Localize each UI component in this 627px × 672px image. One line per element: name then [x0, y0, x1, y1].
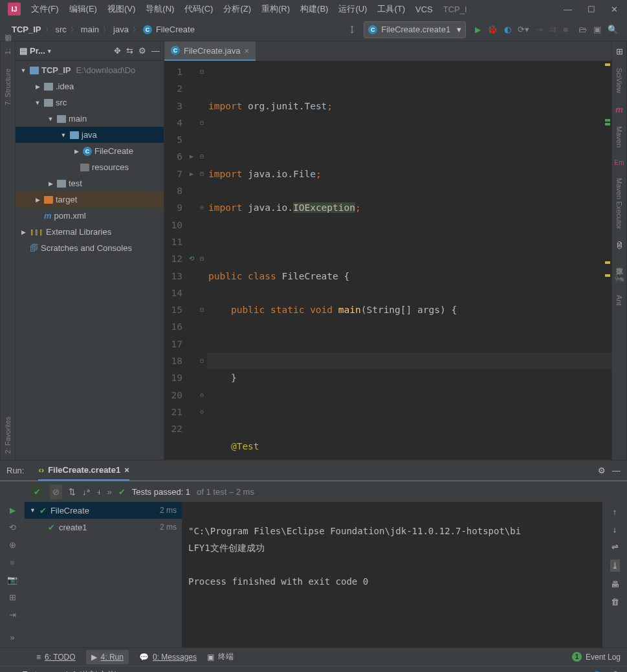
- tree-external-libs[interactable]: ▶⫿⫿⫿External Libraries: [16, 224, 164, 240]
- gear-icon[interactable]: ⚙: [598, 466, 606, 475]
- stop-icon[interactable]: ■: [563, 25, 568, 34]
- editor-tab-filecreate[interactable]: C FileCreate.java ×: [164, 41, 256, 61]
- collapse-icon[interactable]: ⇆: [126, 46, 133, 56]
- code-editor[interactable]: 12345678910111213141516171819202122 ▶ ▶ …: [164, 61, 611, 460]
- sort-asc-icon[interactable]: ↓ᵃ: [82, 487, 90, 497]
- tab-close-icon[interactable]: ×: [244, 46, 249, 56]
- test-tree-child[interactable]: ✔create12 ms: [25, 519, 182, 536]
- close-icon[interactable]: ✕: [611, 5, 618, 14]
- run-configuration-selector[interactable]: C FileCreate.create1 ▾: [364, 21, 466, 38]
- event-log-button[interactable]: 1Event Log: [572, 652, 621, 662]
- pin-icon[interactable]: ⇥: [9, 610, 16, 620]
- hide-icon[interactable]: —: [151, 46, 160, 56]
- step-icon[interactable]: ⇉: [549, 25, 556, 34]
- debug-button-icon[interactable]: 🐞: [487, 25, 498, 34]
- menu-code[interactable]: 代码(C): [179, 3, 218, 15]
- tree-filecreate[interactable]: ▶CFileCreate: [16, 143, 164, 159]
- console-output[interactable]: "C:\Program Files\Eclipse Foundation\jdk…: [183, 502, 602, 647]
- ant-tab[interactable]: Ant: [615, 295, 623, 306]
- menu-navigate[interactable]: 导航(N): [140, 3, 179, 15]
- locate-icon[interactable]: ✥: [114, 46, 121, 56]
- scroll-to-end-icon[interactable]: ⤓: [610, 559, 620, 572]
- tree-src[interactable]: ▼src: [16, 94, 164, 111]
- scroll-down-icon[interactable]: ↓: [613, 525, 617, 534]
- dump-icon[interactable]: 📷: [7, 575, 17, 585]
- breadcrumb-java[interactable]: java: [113, 25, 129, 34]
- search-icon[interactable]: 🔍: [608, 25, 618, 34]
- breadcrumb-file[interactable]: FileCreate: [156, 25, 195, 34]
- tree-test[interactable]: ▶test: [16, 175, 164, 191]
- rerun-failed-icon[interactable]: ⟲: [9, 523, 16, 532]
- maximize-icon[interactable]: ☐: [588, 5, 595, 14]
- menu-run[interactable]: 运行(U): [333, 3, 372, 15]
- run-tab[interactable]: ‹›FileCreate.create1×: [38, 461, 129, 481]
- menu-analyze[interactable]: 分析(Z): [218, 3, 256, 15]
- terminal-tab[interactable]: ▣ 终端: [207, 651, 234, 662]
- tree-scratches[interactable]: 🗐Scratches and Consoles: [16, 240, 164, 256]
- print-icon[interactable]: 🖶: [611, 580, 619, 589]
- stop-icon[interactable]: ■: [10, 558, 15, 567]
- profile-icon[interactable]: ⟳▾: [518, 25, 529, 34]
- tree-idea[interactable]: ▶.idea: [16, 78, 164, 94]
- tree-java[interactable]: ▼java: [16, 127, 164, 143]
- structure-tool-tab[interactable]: 7: Structure: [4, 69, 12, 105]
- show-ignored-icon[interactable]: ⊘: [50, 484, 62, 499]
- rerun-icon[interactable]: ▶: [10, 506, 16, 515]
- toggle-auto-icon[interactable]: ⊕: [9, 540, 16, 550]
- menu-tools[interactable]: 工具(T): [372, 3, 410, 15]
- menu-file[interactable]: 文件(F): [26, 3, 64, 15]
- expand-icon[interactable]: ⫞: [96, 487, 101, 497]
- code-body[interactable]: import org.junit.Test; import java.io.Fi…: [207, 61, 611, 460]
- test-tree-root[interactable]: ▼✔FileCreate2 ms: [25, 502, 182, 519]
- favorites-tool-tab[interactable]: 2: Favorites: [4, 417, 12, 453]
- show-passed-icon[interactable]: ✔: [31, 484, 43, 499]
- project-header-label[interactable]: Pr...: [30, 46, 45, 56]
- test-toolbar: ✔ ⊘ ⇅ ↓ᵃ ⫞ » ✔ Tests passed: 1 of 1 test…: [0, 481, 627, 502]
- messages-tab[interactable]: 💬 0: Messages: [139, 653, 197, 662]
- project-structure-icon[interactable]: 🗁: [578, 25, 587, 34]
- maven-executor-tab[interactable]: Maven Executor: [615, 178, 623, 229]
- check-icon: ✔: [118, 487, 126, 497]
- gutter-run-icon[interactable]: ▶: [190, 166, 193, 182]
- gutter-rerun-icon[interactable]: ⟲: [189, 250, 194, 267]
- coverage-icon[interactable]: ◐: [504, 25, 511, 34]
- maven-tab[interactable]: Maven: [615, 126, 623, 147]
- tree-resources[interactable]: resources: [16, 159, 164, 175]
- breadcrumb-src[interactable]: src: [56, 25, 67, 34]
- menu-vcs[interactable]: VCS: [410, 5, 438, 14]
- menu-refactor[interactable]: 重构(R): [256, 3, 295, 15]
- menu-build[interactable]: 构建(B): [295, 3, 333, 15]
- run-tab-button[interactable]: ▶ 4: Run: [86, 650, 129, 664]
- soft-wrap-icon[interactable]: ⇌: [611, 542, 619, 552]
- menu-edit[interactable]: 编辑(E): [64, 3, 102, 15]
- breadcrumb-main[interactable]: main: [81, 25, 99, 34]
- tree-main[interactable]: ▼main: [16, 111, 164, 127]
- maven-exec-icon[interactable]: Em: [615, 159, 624, 166]
- gutter-run-icon[interactable]: ▶: [190, 148, 193, 165]
- database-icon[interactable]: 🛢: [615, 241, 624, 250]
- run-anything-icon[interactable]: ▣: [593, 25, 601, 34]
- run-button-icon[interactable]: ▶: [475, 25, 481, 34]
- attach-icon[interactable]: ⇥: [536, 25, 543, 34]
- hide-icon[interactable]: —: [612, 466, 621, 475]
- tree-target[interactable]: ▶target: [16, 191, 164, 208]
- layout-icon[interactable]: ⊞: [9, 592, 16, 602]
- close-icon[interactable]: ×: [124, 465, 129, 475]
- maven-icon[interactable]: m: [615, 105, 623, 114]
- clear-icon[interactable]: 🗑: [611, 597, 619, 607]
- build-hammer-icon[interactable]: ⤢: [344, 22, 359, 37]
- sciview-tab[interactable]: SciView: [615, 68, 623, 93]
- breadcrumb-root[interactable]: TCP_IP: [12, 25, 41, 34]
- ant-icon[interactable]: 🐜: [614, 274, 624, 283]
- tree-root[interactable]: ▼TCP_IP E:\download\Do: [16, 62, 164, 78]
- project-tool-tab[interactable]: 1: 项目: [3, 47, 13, 54]
- scroll-up-icon[interactable]: ↑: [613, 507, 617, 517]
- minimize-icon[interactable]: —: [564, 5, 572, 14]
- tree-pom[interactable]: mpom.xml: [16, 208, 164, 224]
- sciview-icon[interactable]: ⊞: [616, 47, 623, 56]
- project-pane-header: ▤ Pr... ▾ ✥ ⇆ ⚙ —: [16, 41, 164, 61]
- sort-icon[interactable]: ⇅: [69, 487, 76, 497]
- menu-view[interactable]: 视图(V): [102, 3, 140, 15]
- todo-tab[interactable]: ≡ 6: TODO: [36, 653, 76, 662]
- gear-icon[interactable]: ⚙: [138, 46, 146, 56]
